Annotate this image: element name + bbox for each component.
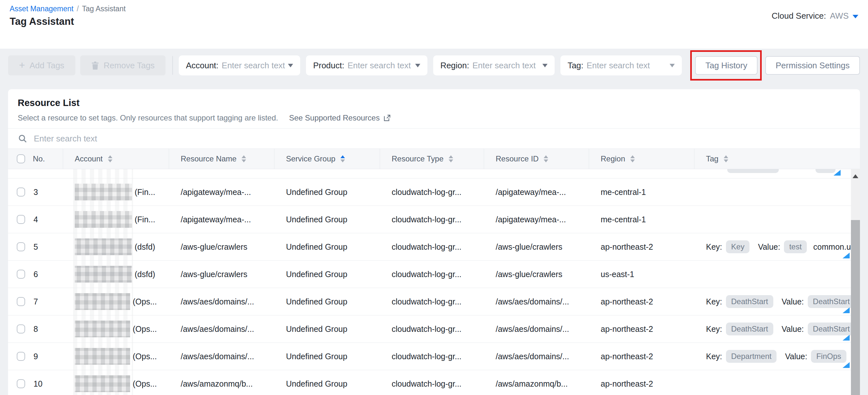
sort-icon[interactable] [242,155,246,162]
resource-id-cell: /apigateway/mea-... [484,206,589,233]
redacted-account-text [75,184,132,201]
row-select-cell: 7 [8,288,63,315]
expand-corner-icon[interactable] [842,335,850,340]
column-service-group[interactable]: Service Group [274,149,380,169]
search-input[interactable] [33,133,850,144]
expand-corner-icon[interactable] [834,170,841,176]
row-number: 8 [33,325,38,334]
sort-icon[interactable] [630,155,635,162]
tag-cell [694,179,851,206]
column-resource-type[interactable]: Resource Type [380,149,484,169]
resource-id-cell: /apigateway/mea-... [484,179,589,206]
row-checkbox[interactable] [17,270,25,279]
table-row: 6(dsfd)/aws-glue/crawlersUndefined Group… [8,261,851,288]
column-tag[interactable]: Tag [694,149,860,169]
tag-key-label: Key: [706,325,722,334]
breadcrumb-parent-link[interactable]: Asset Management [10,4,73,13]
account-cell: (Ops... [63,315,169,342]
resource-list-panel: Resource List Select a resource to set t… [8,89,860,395]
sort-icon[interactable] [340,155,345,162]
service-group-cell: Undefined Group [274,206,380,233]
see-supported-resources-link[interactable]: See Supported Resources [289,113,391,122]
account-suffix: (Fin... [135,215,155,224]
filter-account[interactable]: Account: Enter search text [179,55,300,75]
row-select-cell: 9 [8,343,63,370]
tag-overflow-text: common.uni [813,242,851,252]
tag-badge: FinOps [811,350,846,363]
resource-id-cell: /aws/aes/domains/... [484,315,589,342]
tag-badge: test [784,240,807,253]
row-checkbox[interactable] [17,325,25,333]
row-number: 3 [33,187,38,197]
select-all-checkbox[interactable] [17,154,25,163]
resource-id-cell: /aws-glue/crawlers [484,233,589,260]
row-number: 9 [33,352,38,361]
tag-badge: DeathStart [726,323,773,335]
table-row: 9(Ops.../aws/aes/domains/...Undefined Gr… [8,343,851,370]
sort-icon[interactable] [108,155,113,162]
row-checkbox[interactable] [17,352,25,361]
resource-name-cell: /aws/amazonmq/b... [169,370,274,395]
filter-region[interactable]: Region: Enter search text [433,55,555,75]
row-checkbox[interactable] [17,379,25,388]
table-row: 10(Ops.../aws/amazonmq/b...Undefined Gro… [8,370,851,395]
row-checkbox[interactable] [17,187,25,196]
service-group-cell: Undefined Group [274,315,380,342]
chevron-down-icon [670,64,675,67]
redacted-account-text [75,266,132,282]
cloud-service-selector[interactable]: Cloud Service: AWS [772,11,858,21]
table-search-row [8,128,860,149]
column-region[interactable]: Region [589,149,694,169]
sort-icon[interactable] [544,155,548,162]
tag-value-label: Value: [782,297,804,306]
row-select-cell: 8 [8,315,63,342]
filter-tag-placeholder: Enter search text [587,61,667,70]
account-cell: (Ops... [63,288,169,315]
breadcrumb: Asset Management / Tag Assistant [10,4,859,13]
resource-id-cell: /aws/aes/domains/... [484,343,589,370]
expand-corner-icon[interactable] [842,362,850,368]
tag-cell [694,370,851,395]
tag-badge: Department [726,350,777,363]
tag-history-button[interactable]: Tag History [695,56,757,75]
region-cell: ap-northeast-2 [589,370,694,395]
partial-tag-badge [815,169,835,173]
tag-cell: Key:DeathStartValue:DeathStart [694,315,851,342]
redacted-account-text [75,211,132,228]
table-rows: 3(Fin.../apigateway/mea-...Undefined Gro… [8,179,851,395]
region-cell: us-east-1 [589,261,694,288]
header-select-cell: No. [8,149,63,169]
row-checkbox[interactable] [17,297,25,306]
row-checkbox[interactable] [17,242,25,251]
column-account[interactable]: Account [63,149,169,169]
add-tags-button[interactable]: + Add Tags [8,55,75,75]
account-suffix: (dsfd) [135,270,155,279]
sort-icon[interactable] [724,155,728,162]
remove-tags-button[interactable]: Remove Tags [80,55,166,75]
add-tags-label: Add Tags [30,61,64,70]
scrollbar-thumb[interactable] [851,220,860,395]
filter-product[interactable]: Product: Enter search text [306,55,427,75]
row-number: 10 [33,379,42,389]
resource-id-cell: /aws/amazonmq/b... [484,370,589,395]
filter-tag[interactable]: Tag: Enter search text [560,55,682,75]
resource-name-cell: /apigateway/mea-... [169,179,274,206]
filter-tag-label: Tag: [567,61,583,70]
resource-type-cell: cloudwatch-log-gr... [380,343,484,370]
row-checkbox[interactable] [17,215,25,224]
sort-icon[interactable] [448,155,453,162]
redacted-account-text [75,348,130,365]
expand-corner-icon[interactable] [842,252,850,259]
chevron-down-icon [542,64,548,67]
row-select-cell: 6 [8,261,63,288]
column-resource-id[interactable]: Resource ID [484,149,589,169]
account-cell: (Fin... [63,206,169,233]
resource-type-cell: cloudwatch-log-gr... [380,206,484,233]
vertical-scrollbar[interactable] [851,169,860,395]
expand-corner-icon[interactable] [842,307,850,313]
permission-settings-button[interactable]: Permission Settings [765,56,860,75]
column-resource-name[interactable]: Resource Name [169,149,274,169]
service-group-cell: Undefined Group [274,261,380,288]
region-cell: me-central-1 [589,179,694,206]
scroll-up-arrow-icon[interactable] [852,174,858,178]
